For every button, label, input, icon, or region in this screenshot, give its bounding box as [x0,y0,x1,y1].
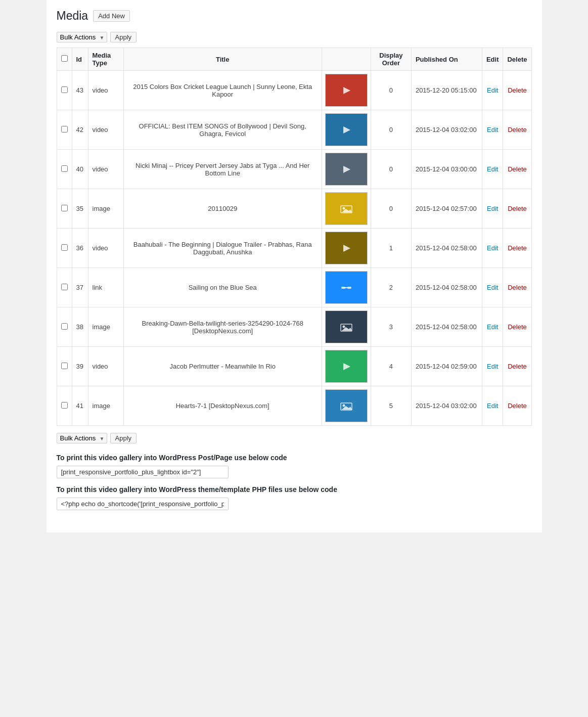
thumb-icon [339,243,353,253]
row-checkbox-cell [57,150,72,189]
row-thumbnail [325,271,368,304]
row-delete-link[interactable]: Delete [508,126,527,133]
row-mediatype: image [88,189,123,229]
page-title: Media [57,9,88,23]
row-checkbox-cell [57,71,72,110]
row-checkbox[interactable] [61,126,68,132]
row-id: 41 [72,386,88,426]
svg-marker-1 [343,126,350,133]
table-row: 36 video Baahubali - The Beginning | Dia… [57,229,531,268]
table-row: 35 image 20110029 0 2015-12-04 02:57:00 … [57,189,531,229]
row-edit-cell: Edit [482,268,503,307]
row-checkbox[interactable] [61,363,68,369]
row-delete-link[interactable]: Delete [508,363,527,370]
row-edit-link[interactable]: Edit [487,363,498,370]
svg-rect-9 [344,287,348,288]
row-delete-cell: Delete [503,150,531,189]
row-mediatype: image [88,307,123,347]
top-bulk-select-wrap: Bulk Actions Delete ▼ [57,32,107,42]
row-edit-cell: Edit [482,71,503,110]
row-edit-link[interactable]: Edit [487,205,498,212]
row-edit-link[interactable]: Edit [487,165,498,173]
svg-point-4 [342,207,345,209]
row-title: OFFICIAL: Best ITEM SONGS of Bollywood |… [123,110,322,150]
row-thumbnail-cell [322,268,371,307]
row-edit-link[interactable]: Edit [487,284,498,291]
row-thumbnail-cell [322,71,371,110]
theme-shortcode-input[interactable] [57,498,229,510]
row-mediatype: video [88,150,123,189]
table-row: 37 link Sailing on the Blue Sea 2 2015-1… [57,268,531,307]
add-new-button[interactable]: Add New [93,10,130,22]
row-mediatype: image [88,386,123,426]
row-edit-link[interactable]: Edit [487,86,498,94]
row-published-on: 2015-12-04 02:58:00 [411,268,482,307]
header-title-col: Title [123,48,322,71]
row-checkbox[interactable] [61,323,68,330]
row-mediatype: link [88,268,123,307]
row-thumbnail [325,113,368,146]
row-display-order: 5 [371,386,411,426]
row-id: 42 [72,110,88,150]
row-display-order: 0 [371,110,411,150]
row-delete-link[interactable]: Delete [508,284,527,291]
top-apply-button[interactable]: Apply [110,32,137,42]
row-delete-link[interactable]: Delete [508,402,527,410]
row-display-order: 1 [371,229,411,268]
header-id-col: Id [72,48,88,71]
header-mediatype-col: Media Type [88,48,123,71]
row-checkbox-cell [57,189,72,229]
row-delete-cell: Delete [503,229,531,268]
row-checkbox[interactable] [61,205,68,211]
row-delete-cell: Delete [503,386,531,426]
row-title: Hearts-7-1 [DesktopNexus.com] [123,386,322,426]
row-id: 35 [72,189,88,229]
row-delete-link[interactable]: Delete [508,205,527,212]
row-checkbox[interactable] [61,165,68,172]
row-edit-link[interactable]: Edit [487,126,498,133]
row-delete-cell: Delete [503,71,531,110]
row-title: 2015 Colors Box Cricket League Launch | … [123,71,322,110]
bottom-bulk-actions-select[interactable]: Bulk Actions Delete [57,433,107,443]
row-delete-cell: Delete [503,307,531,347]
row-thumbnail-cell [322,229,371,268]
row-checkbox[interactable] [61,284,68,290]
row-delete-link[interactable]: Delete [508,86,527,94]
row-id: 39 [72,347,88,386]
svg-point-15 [342,404,345,407]
row-checkbox[interactable] [61,402,68,409]
row-edit-link[interactable]: Edit [487,323,498,331]
row-delete-link[interactable]: Delete [508,244,527,252]
row-edit-link[interactable]: Edit [487,244,498,252]
select-all-checkbox[interactable] [61,55,68,62]
row-checkbox[interactable] [61,244,68,251]
row-edit-cell: Edit [482,150,503,189]
row-title: Baahubali - The Beginning | Dialogue Tra… [123,229,322,268]
row-checkbox[interactable] [61,86,68,93]
row-checkbox-cell [57,386,72,426]
row-delete-link[interactable]: Delete [508,165,527,173]
row-edit-link[interactable]: Edit [487,402,498,410]
header-delete-col: Delete [503,48,531,71]
post-shortcode-input[interactable] [57,466,229,478]
thumb-icon [339,125,353,135]
bottom-bulk-bar: Bulk Actions Delete ▼ Apply [57,433,532,443]
row-delete-link[interactable]: Delete [508,323,527,331]
header-published-col: Published On [411,48,482,71]
row-checkbox-cell [57,307,72,347]
row-delete-cell: Delete [503,347,531,386]
row-display-order: 3 [371,307,411,347]
row-display-order: 0 [371,71,411,110]
post-shortcode-heading: To print this video gallery into WordPre… [57,454,532,462]
header-checkbox-col [57,48,72,71]
svg-marker-13 [343,363,350,370]
bottom-apply-button[interactable]: Apply [110,433,137,443]
table-body: 43 video 2015 Colors Box Cricket League … [57,71,531,426]
row-edit-cell: Edit [482,307,503,347]
row-display-order: 4 [371,347,411,386]
row-title: Sailing on the Blue Sea [123,268,322,307]
thumb-icon [339,164,353,174]
row-id: 38 [72,307,88,347]
row-published-on: 2015-12-04 03:00:00 [411,150,482,189]
top-bulk-actions-select[interactable]: Bulk Actions Delete [57,32,107,42]
